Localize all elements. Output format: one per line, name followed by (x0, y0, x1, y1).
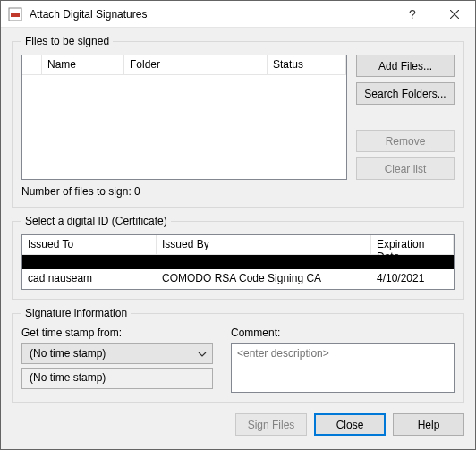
cert-cell-issuedby: COMODO RSA Code Signing CA (157, 269, 371, 289)
signature-group: Signature information Get time stamp fro… (12, 307, 464, 403)
files-col-status[interactable]: Status (268, 55, 346, 74)
cert-col-issuedto[interactable]: Issued To (22, 235, 157, 254)
cert-col-issuedby[interactable]: Issued By (157, 235, 371, 254)
comment-textarea[interactable] (231, 343, 455, 393)
search-folders-button[interactable]: Search Folders... (356, 82, 455, 105)
timestamp-readonly: (No time stamp) (21, 368, 213, 389)
files-count-label: Number of files to sign: 0 (21, 185, 455, 198)
close-button[interactable]: Close (314, 413, 386, 436)
help-footer-button[interactable]: Help (393, 413, 464, 436)
add-files-button[interactable]: Add Files... (356, 55, 455, 77)
svg-rect-1 (11, 13, 20, 17)
signature-group-legend: Signature information (21, 307, 131, 319)
cert-table-header: Issued To Issued By Expiration Date (22, 235, 454, 255)
timestamp-combobox[interactable]: (No time stamp) (21, 343, 213, 364)
dialog-footer: Sign Files Close Help (12, 410, 464, 436)
files-side-buttons: Add Files... Search Folders... Remove Cl… (356, 55, 455, 180)
close-window-button[interactable] (434, 1, 475, 28)
cert-row[interactable]: cad nauseam COMODO RSA Code Signing CA 4… (22, 269, 454, 289)
files-group-legend: Files to be signed (21, 35, 113, 47)
app-icon (8, 7, 22, 21)
timestamp-label: Get time stamp from: (21, 327, 213, 339)
timestamp-value: (No time stamp) (30, 347, 106, 360)
window-title: Attach Digital Signatures (30, 8, 393, 21)
dialog-window: Attach Digital Signatures ? Files to be … (0, 0, 476, 450)
cert-table[interactable]: Issued To Issued By Expiration Date cad … (21, 234, 455, 290)
help-button[interactable]: ? (393, 1, 434, 28)
files-col-blank[interactable] (22, 55, 42, 74)
files-list-header: Name Folder Status (22, 55, 346, 75)
client-area: Files to be signed Name Folder Status Ad… (1, 28, 475, 449)
cert-group: Select a digital ID (Certificate) Issued… (12, 215, 464, 300)
files-col-name[interactable]: Name (42, 55, 124, 74)
files-list[interactable]: Name Folder Status (21, 55, 347, 180)
files-group: Files to be signed Name Folder Status Ad… (12, 35, 464, 208)
files-col-folder[interactable]: Folder (124, 55, 268, 74)
clear-list-button[interactable]: Clear list (356, 157, 455, 180)
chevron-down-icon (198, 349, 207, 359)
svg-text:?: ? (409, 8, 416, 21)
cert-cell-issuedto: cad nauseam (22, 269, 157, 289)
cert-col-expiration[interactable]: Expiration Date (371, 235, 454, 254)
titlebar: Attach Digital Signatures ? (1, 1, 475, 28)
cert-cell-expiration: 4/10/2021 (371, 269, 454, 289)
cert-group-legend: Select a digital ID (Certificate) (21, 215, 171, 227)
comment-label: Comment: (231, 327, 455, 339)
sign-files-button[interactable]: Sign Files (235, 413, 307, 436)
remove-button[interactable]: Remove (356, 130, 455, 152)
